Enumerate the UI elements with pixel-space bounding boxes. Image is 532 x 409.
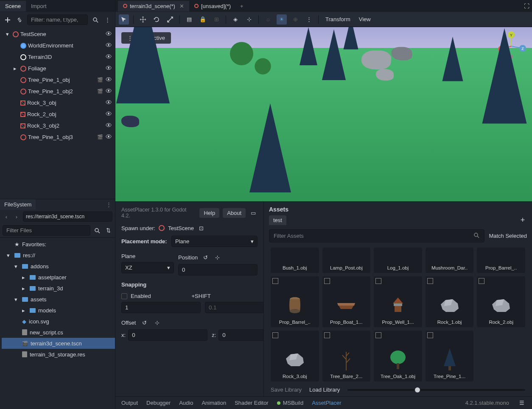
sort-icon[interactable]: ⇅ bbox=[104, 226, 112, 235]
asset-item[interactable]: Tree_Oak_1.obj bbox=[374, 331, 422, 381]
placement-mode-select[interactable]: Plane ▾ bbox=[171, 236, 258, 247]
nav-fwd-icon[interactable]: › bbox=[13, 214, 20, 220]
kebab-icon[interactable]: ⋮ bbox=[103, 201, 115, 208]
scene-node[interactable]: Tree_Pine_1_obj3🎬 bbox=[2, 131, 115, 143]
scene-node[interactable]: Rock_2_obj bbox=[2, 109, 115, 120]
search-icon[interactable] bbox=[91, 16, 100, 24]
expand-arrow-icon[interactable]: ▸ bbox=[22, 285, 27, 292]
help-button[interactable]: Help bbox=[199, 208, 219, 218]
filesystem-item[interactable]: new_script.cs bbox=[2, 327, 115, 338]
list-tool-icon[interactable]: ▤ bbox=[184, 14, 194, 25]
expand-arrow-icon[interactable]: ▸ bbox=[22, 274, 27, 281]
env-icon[interactable]: ⊕ bbox=[290, 14, 300, 25]
visibility-toggle-icon[interactable] bbox=[105, 87, 112, 95]
asset-item[interactable]: Log_1.obj bbox=[374, 248, 422, 273]
status-audio[interactable]: Audio bbox=[179, 400, 193, 406]
view-menu[interactable]: View bbox=[356, 16, 373, 22]
status-debugger[interactable]: Debugger bbox=[146, 400, 171, 406]
scene-node[interactable]: ▾TestScene bbox=[2, 28, 115, 40]
status-output[interactable]: Output bbox=[121, 400, 138, 406]
lock-tool-icon[interactable]: 🔒 bbox=[198, 14, 208, 25]
tab-import[interactable]: Import bbox=[26, 1, 52, 11]
scene-node[interactable]: Terrain3D bbox=[2, 51, 115, 63]
asset-item[interactable]: Tree_Pine_1... bbox=[426, 331, 474, 381]
scene-filter-input[interactable]: Filter: name, t:type, bbox=[27, 14, 88, 25]
asset-item[interactable]: Prop_Boat_1... bbox=[322, 276, 371, 327]
window-icon[interactable]: ▭ bbox=[249, 209, 258, 217]
expand-arrow-icon[interactable]: ▾ bbox=[14, 296, 20, 303]
filesystem-item[interactable]: ◆icon.svg bbox=[2, 316, 115, 327]
save-library-button[interactable]: Save Library bbox=[271, 387, 302, 393]
scene-node[interactable]: Tree_Pine_1_obj2🎬 bbox=[2, 86, 115, 97]
settings-icon[interactable]: ☰ bbox=[518, 399, 526, 407]
group-tool-icon[interactable]: ⊞ bbox=[211, 14, 221, 25]
asset-item[interactable]: Rock_2.obj bbox=[477, 276, 525, 327]
scale-tool-icon[interactable] bbox=[165, 14, 175, 25]
filesystem-item[interactable]: 🎬terrain3d_scene.tscn bbox=[2, 338, 115, 349]
scene-node[interactable]: Tree_Pine_1_obj🎬 bbox=[2, 74, 115, 86]
sun-on-icon[interactable]: ☀ bbox=[277, 14, 287, 25]
tab-unsaved[interactable]: [unsaved](*) bbox=[189, 1, 236, 11]
move-tool-icon[interactable] bbox=[138, 14, 148, 25]
transform-menu[interactable]: Transform bbox=[323, 16, 353, 22]
visibility-toggle-icon[interactable] bbox=[105, 133, 112, 141]
scene-instance-icon[interactable]: 🎬 bbox=[97, 77, 103, 83]
nav-back-icon[interactable]: ‹ bbox=[3, 214, 10, 220]
pick-point-icon[interactable]: ⊹ bbox=[213, 253, 221, 262]
link-icon[interactable] bbox=[15, 16, 24, 24]
snap-tool-icon[interactable]: ⊹ bbox=[244, 14, 254, 25]
filesystem-item[interactable]: ▾addons bbox=[2, 261, 115, 272]
scene-instance-icon[interactable]: 🎬 bbox=[97, 89, 103, 94]
pick-node-icon[interactable]: ⊡ bbox=[197, 224, 206, 232]
tab-terrain3d-scene[interactable]: terrain3d_scene(*) ✕ bbox=[118, 1, 189, 11]
about-button[interactable]: About bbox=[223, 208, 246, 218]
scene-instance-icon[interactable]: 🎬 bbox=[97, 134, 103, 140]
asset-item[interactable]: Prop_Barrel_.. bbox=[477, 248, 525, 273]
add-tab-icon[interactable]: + bbox=[518, 216, 527, 225]
status-msbuild[interactable]: MSBuild bbox=[283, 400, 303, 406]
visibility-toggle-icon[interactable] bbox=[105, 76, 112, 84]
match-selected-button[interactable]: Match Selected bbox=[489, 233, 527, 239]
snap-input[interactable] bbox=[121, 302, 201, 313]
asset-item[interactable]: Rock_3.obj bbox=[271, 331, 319, 381]
visibility-toggle-icon[interactable] bbox=[105, 30, 112, 38]
scene-node[interactable]: ▸Foliage bbox=[2, 63, 115, 74]
filesystem-item[interactable]: ▾assets bbox=[2, 294, 115, 305]
expand-arrow-icon[interactable]: ▾ bbox=[6, 31, 11, 37]
zoom-slider[interactable] bbox=[347, 389, 525, 391]
asset-item[interactable]: Prop_Well_1... bbox=[374, 276, 422, 327]
select-tool-icon[interactable] bbox=[119, 14, 129, 25]
scene-node[interactable]: Rock_3_obj2 bbox=[2, 120, 115, 131]
scene-node[interactable]: Rock_3_obj bbox=[2, 97, 115, 109]
asset-item[interactable]: Rock_1.obj bbox=[426, 276, 474, 327]
reset-icon[interactable]: ↺ bbox=[201, 253, 210, 262]
close-icon[interactable]: ✕ bbox=[179, 3, 184, 9]
asset-filter-input[interactable]: Filter Assets bbox=[269, 229, 484, 242]
tab-scene[interactable]: Scene bbox=[0, 1, 26, 11]
status-shader-editor[interactable]: Shader Editor bbox=[235, 400, 269, 406]
asset-item[interactable]: Mushroom_Dar.. bbox=[426, 248, 474, 273]
scene-node[interactable]: WorldEnvironment bbox=[2, 40, 115, 51]
asset-item[interactable]: Bush_1.obj bbox=[271, 248, 319, 273]
filesystem-path-input[interactable]: res://terrain3d_scene.tscn bbox=[23, 211, 112, 222]
viewport-3d[interactable]: ⋮ Perspective Y Z X bbox=[115, 27, 532, 201]
status-asset-placer[interactable]: AssetPlacer bbox=[312, 400, 341, 406]
visibility-toggle-icon[interactable] bbox=[105, 110, 112, 118]
add-node-icon[interactable] bbox=[3, 16, 12, 24]
add-tab-icon[interactable]: + bbox=[236, 3, 248, 9]
plane-select[interactable]: XZ ▾ bbox=[121, 262, 174, 273]
search-icon[interactable] bbox=[93, 226, 101, 235]
rotate-tool-icon[interactable] bbox=[151, 14, 162, 25]
expand-arrow-icon[interactable]: ▾ bbox=[14, 263, 20, 270]
visibility-toggle-icon[interactable] bbox=[105, 64, 112, 72]
snapping-enabled-checkbox[interactable] bbox=[121, 293, 127, 299]
expand-arrow-icon[interactable]: ▾ bbox=[7, 252, 12, 259]
expand-arrow-icon[interactable]: ▸ bbox=[14, 65, 19, 72]
position-input[interactable] bbox=[178, 264, 258, 275]
tab-filesystem[interactable]: FileSystem bbox=[0, 199, 36, 210]
asset-item[interactable]: Lamp_Post.obj bbox=[322, 248, 371, 273]
reset-icon[interactable]: ↺ bbox=[140, 318, 148, 327]
filesystem-item[interactable]: ▸terrain_3d bbox=[2, 283, 115, 294]
filesystem-item[interactable]: ▾res:// bbox=[2, 250, 115, 261]
shift-input[interactable] bbox=[205, 302, 264, 313]
